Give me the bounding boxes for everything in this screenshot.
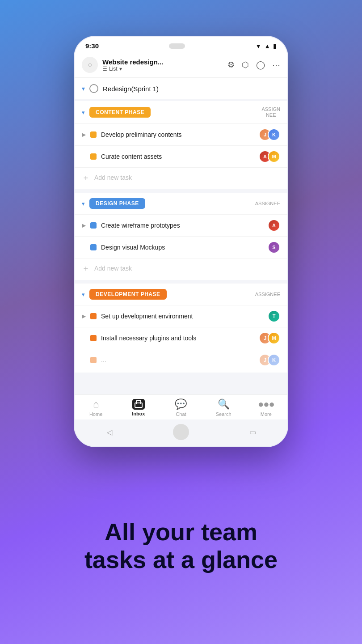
avatar: S: [268, 241, 280, 254]
tagline-line2: tasks at a glance: [84, 546, 278, 573]
tagline-section: All your team tasks at a glance: [58, 447, 304, 644]
app-header: ○ Website redesign... ☰ List ▾ ⚙ ⬡ ◯ ⋯: [75, 52, 287, 78]
sprint-row: ▾ Redesign(Sprint 1): [75, 78, 287, 99]
avatar: K: [268, 354, 280, 366]
sprint-circle-icon: [89, 84, 98, 93]
task-name: Develop preliminary contents: [101, 131, 182, 138]
nav-search[interactable]: 🔍 Search: [210, 398, 237, 417]
nav-home-label: Home: [89, 411, 102, 417]
inbox-icon: [132, 399, 145, 410]
tagline-line1: All your team: [105, 518, 257, 545]
recents-button[interactable]: ▭: [246, 426, 259, 438]
nav-more[interactable]: ●●● More: [253, 398, 279, 417]
task-name: Create wireframe prototypes: [101, 222, 180, 229]
status-icons: ▼ ▲ ▮: [255, 42, 277, 50]
task-left: ▶ Set up development environment: [82, 313, 268, 320]
task-left: ▶ Design visual Mockups: [82, 244, 268, 251]
task-row[interactable]: ▶ Install necessary plugins and tools J …: [75, 327, 287, 349]
comment-icon[interactable]: ◯: [256, 60, 265, 70]
sprint-chevron-icon: ▾: [82, 85, 85, 92]
task-dot-icon: [90, 244, 97, 250]
search-icon: 🔍: [218, 398, 230, 410]
task-name: Curate content assets: [101, 153, 162, 160]
expand-icon: ▶: [82, 131, 86, 138]
nav-inbox-label: Inbox: [132, 411, 145, 416]
bottom-nav: ⌂ Home Inbox 💬 Chat 🔍 Search ●●● More: [75, 394, 287, 419]
task-dot-icon: [90, 131, 97, 138]
task-dot-icon: [90, 222, 97, 229]
phone-screen: 9:30 ▼ ▲ ▮ ○ Website redesign... ☰ List …: [75, 37, 287, 446]
filter-icon[interactable]: ⚙: [227, 60, 235, 70]
home-icon: ⌂: [93, 398, 99, 410]
task-dot-icon: [90, 153, 97, 160]
task-name: ...: [101, 356, 106, 364]
task-left: ▶ Install necessary plugins and tools: [82, 335, 259, 342]
design-phase-header: ▾ DESIGN PHASE ASSIGNEE: [75, 193, 287, 214]
nav-more-label: More: [261, 411, 272, 417]
development-phase-header-left: ▾ DEVELOPMENT PHASE: [82, 289, 167, 300]
avatar: K: [268, 128, 280, 141]
phone-footer: ◁ ▭: [75, 419, 287, 446]
task-name: Set up development environment: [101, 313, 193, 320]
content-phase-badge: CONTENT PHASE: [89, 107, 151, 118]
add-icon: ＋: [82, 263, 90, 274]
task-row[interactable]: ▶ Set up development environment T: [75, 305, 287, 327]
development-phase-badge: DEVELOPMENT PHASE: [89, 289, 167, 300]
task-row-hidden: ▶ ... J K: [75, 349, 287, 371]
task-left: ▶ Curate content assets: [82, 153, 259, 160]
battery-icon: ▮: [273, 42, 277, 50]
nav-inbox[interactable]: Inbox: [125, 399, 152, 416]
tagline-text: All your team tasks at a glance: [84, 518, 278, 573]
task-list-scroll[interactable]: ▾ Redesign(Sprint 1) ▾ CONTENT PHASE ASS…: [75, 78, 287, 394]
header-left: ○ Website redesign... ☰ List ▾: [82, 57, 163, 73]
development-chevron-icon: ▾: [82, 291, 85, 298]
task-name: Install necessary plugins and tools: [101, 335, 196, 342]
add-task-label: Add new task: [94, 265, 132, 272]
avatar: A: [268, 219, 280, 232]
status-time: 9:30: [85, 42, 99, 50]
list-icon: ☰: [102, 66, 107, 72]
nav-chat-label: Chat: [176, 411, 186, 417]
development-phase-section: ▾ DEVELOPMENT PHASE ASSIGNEE ▶ Set up de…: [75, 284, 287, 373]
task-row[interactable]: ▶ Develop preliminary contents J K: [75, 123, 287, 145]
project-name: Website redesign...: [102, 58, 163, 66]
home-button[interactable]: [173, 424, 189, 440]
avatar-group: A M: [259, 150, 280, 163]
task-left: ▶ Develop preliminary contents: [82, 131, 259, 138]
add-task-row[interactable]: ＋ Add new task: [75, 167, 287, 187]
content-phase-header: ▾ CONTENT PHASE ASSIGNNEE: [75, 101, 287, 123]
task-row[interactable]: ▶ Create wireframe prototypes A: [75, 214, 287, 236]
design-phase-badge: DESIGN PHASE: [89, 198, 145, 209]
add-task-label: Add new task: [94, 174, 132, 181]
header-title-group: Website redesign... ☰ List ▾: [102, 58, 163, 72]
content-chevron-icon: ▾: [82, 109, 85, 116]
nav-chat[interactable]: 💬 Chat: [168, 398, 194, 417]
share-icon[interactable]: ⬡: [242, 60, 249, 70]
add-task-row[interactable]: ＋ Add new task: [75, 258, 287, 278]
notch: [169, 43, 185, 49]
task-row[interactable]: ▶ Design visual Mockups S: [75, 236, 287, 258]
task-name: Design visual Mockups: [101, 244, 165, 251]
content-phase-section: ▾ CONTENT PHASE ASSIGNNEE ▶ Develop prel…: [75, 101, 287, 189]
app-icon: ○: [82, 57, 98, 73]
design-chevron-icon: ▾: [82, 200, 85, 207]
expand-icon: ▶: [82, 313, 86, 319]
expand-icon: ▶: [82, 222, 86, 229]
avatar: M: [268, 150, 280, 163]
task-dot-icon: [90, 313, 97, 319]
development-phase-header: ▾ DEVELOPMENT PHASE ASSIGNEE: [75, 284, 287, 305]
more-icon[interactable]: ⋯: [272, 60, 280, 70]
development-assignee-label: ASSIGNEE: [255, 292, 280, 297]
content-phase-header-left: ▾ CONTENT PHASE: [82, 107, 151, 118]
phone-frame: 9:30 ▼ ▲ ▮ ○ Website redesign... ☰ List …: [74, 36, 288, 447]
chevron-down-icon: ▾: [119, 66, 122, 72]
design-assignee-label: ASSIGNEE: [255, 201, 280, 207]
add-icon: ＋: [82, 172, 90, 183]
task-left: ▶ Create wireframe prototypes: [82, 222, 268, 229]
content-assignee-label: ASSIGNNEE: [261, 106, 280, 118]
back-button[interactable]: ◁: [103, 426, 116, 438]
task-row[interactable]: ▶ Curate content assets A M: [75, 145, 287, 167]
more-dots-icon: ●●●: [258, 398, 274, 410]
signal-icon: ▲: [264, 42, 270, 50]
nav-home[interactable]: ⌂ Home: [83, 398, 109, 417]
